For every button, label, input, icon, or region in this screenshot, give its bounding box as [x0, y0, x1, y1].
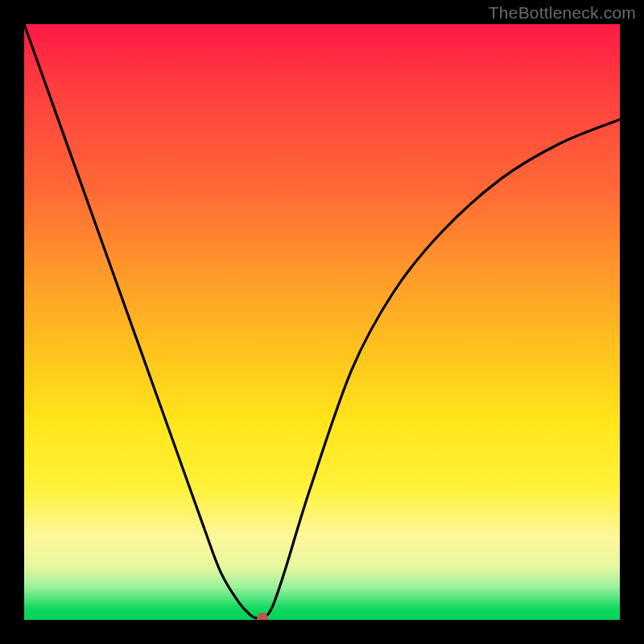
optimal-point-marker — [257, 613, 268, 620]
chart-container: TheBottleneck.com — [0, 0, 644, 644]
bottleneck-curve — [24, 24, 620, 620]
plot-area — [24, 24, 620, 620]
watermark-text: TheBottleneck.com — [489, 3, 636, 23]
